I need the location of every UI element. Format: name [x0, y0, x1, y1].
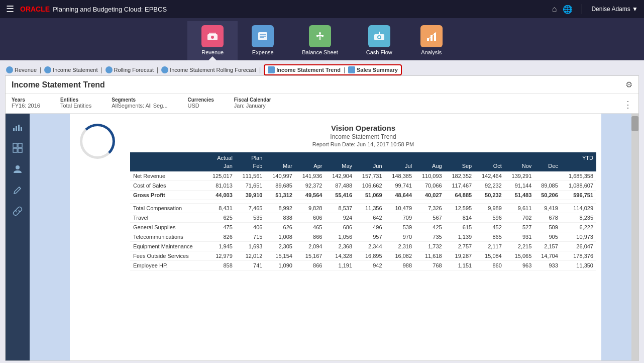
- th-aug: Aug: [415, 162, 445, 171]
- cell-10-7: 768: [415, 261, 445, 270]
- breadcrumb-rolling[interactable]: Rolling Forecast: [105, 66, 154, 73]
- cell-8-2: 2,305: [265, 242, 295, 251]
- scroll-thumb[interactable]: [631, 116, 638, 131]
- sidebar-user-icon[interactable]: [9, 160, 27, 178]
- cell-3-2: [265, 200, 295, 204]
- filter-currencies-value[interactable]: USD: [188, 103, 214, 109]
- cell-6-9: 452: [475, 223, 505, 232]
- table-row: General Supplies475406626465686496539425…: [130, 223, 596, 232]
- breadcrumb-is-rolling[interactable]: Income Statement Rolling Forecast: [161, 66, 256, 73]
- cell-8-7: 1,732: [415, 242, 445, 251]
- cell-4-3: 9,828: [295, 204, 326, 213]
- cell-2-9: 50,232: [475, 191, 505, 200]
- breadcrumb-revenue-label[interactable]: Revenue: [15, 67, 37, 73]
- cell-10-1: 741: [236, 261, 266, 270]
- breadcrumb-income-label[interactable]: Income Statement: [53, 67, 97, 73]
- cell-0-1: 111,561: [236, 171, 266, 181]
- cell-2-7: 40,027: [415, 191, 445, 200]
- content-panel: Income Statement Trend ⚙ Years FY16: 201…: [5, 75, 639, 361]
- cell-6-5: 496: [355, 223, 385, 232]
- cell-1-3: 92,372: [295, 181, 326, 191]
- filter-years-value[interactable]: FY16: 2016: [12, 103, 40, 109]
- filter-entities-value[interactable]: Total Entities: [60, 103, 91, 109]
- table-row: Equipment Maintenance1,9451,6932,3052,09…: [130, 242, 596, 251]
- scrollbar[interactable]: [631, 114, 638, 360]
- cell-3-1: [236, 200, 266, 204]
- th-plan: Plan: [236, 152, 266, 162]
- cell-1-4: 87,488: [325, 181, 355, 191]
- filter-fiscal-value[interactable]: Jan: January: [234, 103, 271, 109]
- active-tab-label2[interactable]: Sales Summary: [357, 67, 398, 73]
- report-run-date: Report Run Date: Jun 14, 2017 10:58 PM: [130, 141, 596, 147]
- cell-6-4: 686: [325, 223, 355, 232]
- cell-0-3: 141,936: [295, 171, 326, 181]
- cell-10-5: 942: [355, 261, 385, 270]
- cell-5-4: 924: [325, 213, 355, 223]
- user-name[interactable]: Denise Adams ▼: [591, 6, 638, 13]
- cell-5-9: 596: [475, 213, 505, 223]
- app-title: Planning and Budgeting Cloud: EPBCS: [53, 6, 552, 13]
- svg-rect-20: [18, 125, 20, 131]
- hamburger-menu[interactable]: ☰: [6, 4, 14, 15]
- tab-income-trend[interactable]: Income Statement Trend: [268, 66, 341, 73]
- more-options-icon[interactable]: ⋮: [623, 97, 632, 110]
- balance-icon: [309, 25, 331, 47]
- cell-10-3: 866: [295, 261, 326, 270]
- th-dec-h: [534, 152, 561, 162]
- th-apr-h: [295, 152, 326, 162]
- cell-1-5: 106,662: [355, 181, 385, 191]
- th-jun: Jun: [355, 162, 385, 171]
- cell-3-4: [325, 200, 355, 204]
- cell-7-11: 905: [534, 232, 561, 242]
- filter-segments-value[interactable]: AllSegments: All Seg...: [112, 103, 167, 109]
- expense-icon: [252, 25, 274, 47]
- cell-2-4: 55,416: [325, 191, 355, 200]
- cell-7-5: 957: [355, 232, 385, 242]
- home-icon[interactable]: ⌂: [552, 5, 557, 14]
- cell-5-10: 702: [505, 213, 535, 223]
- cell-10-2: 1,090: [265, 261, 295, 270]
- sidebar-grid-icon[interactable]: [9, 139, 27, 157]
- content-body: Vision Operations Income Statement Trend…: [6, 114, 638, 360]
- cell-3-9: [475, 200, 505, 204]
- cell-5-11: 678: [534, 213, 561, 223]
- nav-expense[interactable]: Expense: [238, 21, 288, 60]
- nav-analysis[interactable]: Analysis: [406, 21, 457, 60]
- active-tab-label1[interactable]: Income Statement Trend: [276, 67, 341, 73]
- th-empty: [130, 152, 205, 162]
- help-icon[interactable]: 🌐: [563, 5, 573, 14]
- th-may: May: [325, 162, 355, 171]
- gear-icon[interactable]: ⚙: [625, 80, 632, 89]
- nav-expense-label: Expense: [252, 49, 274, 55]
- table-header-row2: Jan Feb Mar Apr May Jun Jul Aug Sep: [130, 162, 596, 171]
- breadcrumb-rolling-label[interactable]: Rolling Forecast: [114, 67, 154, 73]
- cell-3-12: [561, 200, 596, 204]
- nav-cashflow[interactable]: Cash Flow: [352, 21, 406, 60]
- nav-balance[interactable]: Balance Sheet: [288, 21, 352, 60]
- row-label-1: Cost of Sales: [130, 181, 205, 191]
- sidebar-chart-icon[interactable]: [9, 118, 27, 136]
- nav-analysis-label: Analysis: [421, 49, 442, 55]
- breadcrumb-is-rolling-label[interactable]: Income Statement Rolling Forecast: [170, 67, 256, 73]
- cell-7-7: 735: [415, 232, 445, 242]
- nav-revenue[interactable]: Revenue: [187, 21, 238, 60]
- cell-9-8: 19,287: [445, 251, 475, 261]
- cell-9-12: 178,376: [561, 251, 596, 261]
- cell-0-10: 139,291: [505, 171, 535, 181]
- cell-8-6: 2,318: [385, 242, 415, 251]
- cell-5-6: 709: [385, 213, 415, 223]
- sidebar-pencil-icon[interactable]: [9, 181, 27, 199]
- breadcrumb-income-statement[interactable]: Income Statement: [44, 66, 97, 73]
- svg-rect-21: [21, 127, 22, 131]
- row-label-6: General Supplies: [130, 223, 205, 232]
- tab-sales-summary[interactable]: Sales Summary: [348, 66, 398, 73]
- breadcrumb-revenue[interactable]: Revenue: [6, 66, 37, 73]
- cell-9-6: 16,082: [385, 251, 415, 261]
- sidebar-link-icon[interactable]: [9, 202, 27, 220]
- cell-10-6: 988: [385, 261, 415, 270]
- cell-3-10: [505, 200, 535, 204]
- cell-9-5: 16,895: [355, 251, 385, 261]
- cell-2-0: 44,003: [205, 191, 236, 200]
- cell-9-10: 15,065: [505, 251, 535, 261]
- cell-2-5: 51,069: [355, 191, 385, 200]
